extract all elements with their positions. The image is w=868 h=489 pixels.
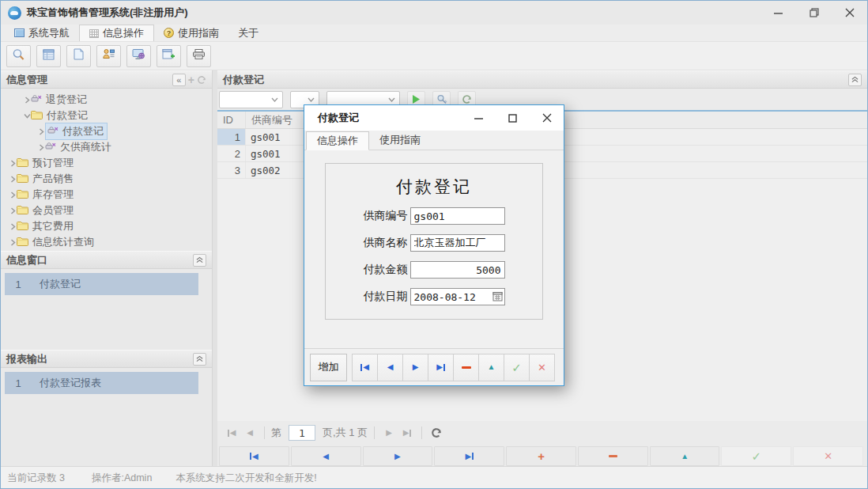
last-record-button[interactable]: ▶ xyxy=(434,446,504,466)
divider xyxy=(264,426,265,439)
next-record-button[interactable]: ▶ xyxy=(402,354,428,381)
insert-record-button[interactable]: + xyxy=(506,446,576,466)
edit-record-icon: ▲ xyxy=(488,363,496,371)
dialog-tabs: 信息操作使用指南 xyxy=(304,131,564,150)
tree-item-10[interactable]: 信息统计查询 xyxy=(1,234,212,250)
dialog-maximize-button[interactable] xyxy=(496,105,530,131)
tree-item-1[interactable]: 退货登记 xyxy=(1,92,212,108)
tree-item-6[interactable]: 产品销售 xyxy=(1,171,212,187)
form-heading: 付款登记 xyxy=(326,176,542,198)
tree-item-5[interactable]: 预订管理 xyxy=(1,155,212,171)
window-add-icon xyxy=(162,48,175,63)
page-next-button[interactable]: ▶ xyxy=(381,425,397,441)
tree-item-label: 付款登记 xyxy=(47,108,88,123)
cancel-record-button[interactable]: ✕ xyxy=(793,446,863,466)
window-title: 珠宝首饰销售管理系统(非注册用户) xyxy=(27,6,188,20)
chevron-right-icon xyxy=(9,223,17,230)
toolbar-window-add-button[interactable] xyxy=(157,45,181,67)
tree-item-9[interactable]: 其它费用 xyxy=(1,218,212,234)
first-record-button[interactable]: ◀ xyxy=(352,354,378,381)
folder-icon xyxy=(17,189,28,201)
refresh-green-icon xyxy=(462,94,472,104)
collapse-sidebar-button[interactable]: « xyxy=(172,74,186,86)
add-record-button[interactable]: 增加 xyxy=(310,354,347,381)
dialog-title: 付款登记 xyxy=(318,111,359,125)
printer-icon xyxy=(192,48,206,63)
amount-input[interactable] xyxy=(410,261,505,279)
prev-record-button[interactable]: ◀ xyxy=(377,354,403,381)
collapse-reports-button[interactable] xyxy=(193,353,206,366)
delete-record-button[interactable] xyxy=(453,354,479,381)
row-id-cell: 1 xyxy=(217,129,246,145)
toolbar-search-button[interactable] xyxy=(6,45,31,67)
chevron-right-icon xyxy=(9,176,17,183)
dialog-titlebar: 付款登记 xyxy=(304,105,564,131)
menu-tab-3[interactable]: ?使用指南 xyxy=(154,25,228,41)
page-number-input[interactable] xyxy=(289,425,315,441)
row-supplier-cell: gs001 xyxy=(246,146,308,161)
dialog-content: 付款登记 供商编号供商名称付款金额付款日期 xyxy=(304,150,564,348)
dialog-tab-1[interactable]: 信息操作 xyxy=(306,131,369,150)
nav-first-icon: ◀ xyxy=(360,363,369,371)
page-refresh-button[interactable] xyxy=(428,425,444,441)
toolbar-monitor-button[interactable] xyxy=(126,45,151,67)
edit-record-icon: ▲ xyxy=(681,453,689,461)
toolbar-user-button[interactable] xyxy=(96,45,121,67)
close-button[interactable] xyxy=(832,1,867,25)
add-icon[interactable]: + xyxy=(188,76,194,84)
edit-record-button[interactable]: ▲ xyxy=(478,354,504,381)
text-input[interactable] xyxy=(410,234,505,252)
tree-item-4[interactable]: 欠供商统计 xyxy=(1,139,212,155)
dialog-tab-2[interactable]: 使用指南 xyxy=(369,131,431,150)
help-icon: ? xyxy=(164,28,174,38)
dialog-close-button[interactable] xyxy=(530,105,564,131)
text-input[interactable] xyxy=(410,207,505,225)
calendar-icon[interactable] xyxy=(492,290,504,302)
refresh-dark-icon xyxy=(431,427,442,438)
page-prev-button[interactable]: ◀ xyxy=(242,425,258,441)
edit-record-button[interactable]: ▲ xyxy=(650,446,720,466)
divider xyxy=(374,426,375,439)
chevron-right-icon xyxy=(23,97,31,104)
list-item[interactable]: 1付款登记 xyxy=(5,273,198,295)
toolbar-document-button[interactable] xyxy=(66,45,91,67)
minimize-button[interactable] xyxy=(760,1,796,25)
list-item[interactable]: 1付款登记报表 xyxy=(5,372,198,394)
row-supplier-cell: gs001 xyxy=(246,129,308,145)
page-first-button[interactable]: ◀ xyxy=(224,425,240,441)
reports-panel-header: 报表输出 xyxy=(1,350,212,368)
menu-tab-2[interactable]: 信息操作 xyxy=(79,25,154,41)
post-record-button[interactable]: ✓ xyxy=(504,354,530,381)
date-input[interactable] xyxy=(410,288,505,305)
next-record-button[interactable]: ▶ xyxy=(363,446,433,466)
restore-button[interactable] xyxy=(796,1,832,25)
tree-item-8[interactable]: 会员管理 xyxy=(1,203,212,218)
nav-prev-icon: ◀ xyxy=(387,363,394,371)
tree-item-3[interactable]: 付款登记 xyxy=(1,123,212,139)
toolbar-printer-button[interactable] xyxy=(187,45,211,67)
date-field xyxy=(410,288,505,305)
play-icon xyxy=(412,94,421,104)
menu-tab-4[interactable]: 关于 xyxy=(228,25,268,41)
collapse-windows-button[interactable] xyxy=(193,254,206,267)
dialog-minimize-button[interactable] xyxy=(462,105,496,131)
nav-next-icon: ▶ xyxy=(413,363,419,371)
status-bar: 当前记录数 3 操作者:Admin 本系统支持二次开发和全新开发! xyxy=(1,466,867,489)
refresh-icon[interactable] xyxy=(197,75,206,85)
delete-record-button[interactable] xyxy=(578,446,648,466)
toolbar-table-button[interactable] xyxy=(36,45,61,67)
filter-field-select[interactable] xyxy=(219,91,283,108)
post-record-button[interactable]: ✓ xyxy=(721,446,791,466)
menu-tab-label: 信息操作 xyxy=(103,26,144,40)
collapse-main-button[interactable] xyxy=(848,74,862,86)
tree-item-7[interactable]: 库存管理 xyxy=(1,187,212,203)
menu-tab-1[interactable]: 系统导航 xyxy=(5,25,79,41)
prev-record-button[interactable]: ◀ xyxy=(291,446,361,466)
last-record-button[interactable]: ▶ xyxy=(428,354,454,381)
tree-item-2[interactable]: 付款登记 xyxy=(1,108,212,123)
page-last-button[interactable]: ▶ xyxy=(399,425,415,441)
chevron-right-icon xyxy=(9,239,17,246)
nav-prev-icon: ◀ xyxy=(323,453,329,461)
cancel-record-button[interactable]: ✕ xyxy=(529,354,555,381)
first-record-button[interactable]: ◀ xyxy=(219,446,289,466)
